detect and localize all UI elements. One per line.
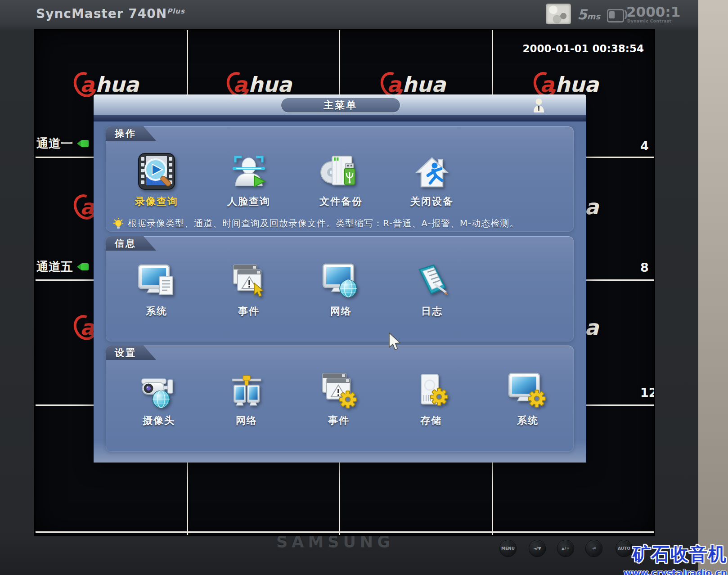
menu-item-event-info[interactable]: 事件 — [211, 260, 287, 318]
menu-item-file-backup[interactable]: 文件备份 — [303, 150, 379, 208]
monitor-model-label: SyncMaster 740NPlus — [36, 6, 185, 21]
cell-number-4: 4 — [640, 139, 649, 153]
menu-item-storage-settings[interactable]: 存储 — [393, 369, 469, 427]
face-query-icon — [227, 150, 270, 193]
monitor-down-button[interactable]: ◄/▼ — [529, 540, 546, 557]
menu-item-label: 事件 — [211, 305, 287, 318]
network-info-icon — [319, 260, 363, 303]
page-title: 主菜单 — [281, 98, 400, 113]
hint-row: 根据录像类型、通道、时间查询及回放录像文件。类型缩写：R-普通、A-报警、M-动… — [113, 217, 519, 229]
menu-item-system-settings[interactable]: 系统 — [490, 369, 566, 427]
dvr-screen: 2000-01-01 00:38:54 ahua ahua ahua ahua … — [34, 29, 655, 536]
monitor-bezel: SyncMaster 740NPlus 5ms 2000:1 Dynamic C… — [0, 0, 698, 575]
menu-item-label: 摄像头 — [121, 414, 197, 427]
mouse-cursor — [388, 332, 401, 350]
contrast-ratio-label: 2000:1 — [626, 4, 680, 20]
main-menu-dialog: 主菜单 操作 录像查询 — [94, 94, 586, 463]
section-information-title: 信息 — [106, 236, 156, 251]
menu-item-label: 日志 — [394, 305, 470, 318]
header-divider — [94, 115, 586, 121]
menu-item-log[interactable]: 日志 — [394, 260, 470, 318]
menu-item-event-settings[interactable]: 事件 — [301, 369, 377, 427]
channel-5-label: 通道五 — [36, 259, 90, 275]
camera-settings-icon — [137, 369, 180, 412]
monitor-enter-button[interactable]: ⏎ — [585, 540, 602, 557]
network-settings-icon — [225, 369, 268, 412]
system-timestamp: 2000-01-01 00:38:54 — [522, 43, 644, 54]
menu-item-label: 系统 — [490, 414, 566, 427]
menu-item-label: 录像查询 — [118, 195, 195, 208]
dahua-logo: ahua — [539, 72, 599, 97]
menu-item-label: 人脸查询 — [211, 195, 287, 208]
photo-stage: SyncMaster 740NPlus 5ms 2000:1 Dynamic C… — [0, 0, 728, 575]
cell-number-8: 8 — [640, 261, 649, 274]
bulb-icon — [113, 218, 124, 229]
section-information: 信息 系统 事件 网络 日志 — [106, 236, 574, 341]
watermark: 矿石收音机 www.crystalradio.cn — [624, 542, 727, 575]
menu-item-label: 存储 — [393, 414, 469, 427]
contrast-caption: Dynamic Contrast — [627, 19, 671, 23]
system-settings-icon — [506, 369, 549, 412]
section-settings-title: 设置 — [106, 346, 156, 360]
recording-camera-icon — [76, 262, 90, 272]
menu-item-shutdown[interactable]: 关闭设备 — [394, 150, 470, 208]
event-settings-icon — [317, 369, 360, 412]
logged-in-user-icon — [533, 98, 545, 112]
video-query-icon — [135, 150, 178, 193]
hint-text: 根据录像类型、通道、时间查询及回放录像文件。类型缩写：R-普通、A-报警、M-动… — [128, 217, 519, 229]
section-operation: 操作 录像查询 人脸查询 文件备份 关闭设备 — [106, 126, 574, 232]
recording-camera-icon — [76, 139, 90, 148]
dynamic-contrast-icon — [607, 9, 624, 22]
menu-item-camera-settings[interactable]: 摄像头 — [121, 369, 197, 427]
watermark-title: 矿石收音机 — [624, 542, 727, 566]
file-backup-icon — [319, 150, 363, 193]
event-info-icon — [227, 260, 270, 303]
background-wall — [698, 0, 728, 575]
section-settings: 设置 摄像头 网络 事件 存储 — [106, 346, 574, 452]
menu-item-label: 事件 — [301, 414, 377, 427]
menu-item-label: 系统 — [118, 305, 195, 318]
system-info-icon — [135, 260, 178, 303]
monitor-brightness-button[interactable]: ▲/☼ — [557, 540, 574, 557]
watermark-url: www.crystalradio.cn — [624, 567, 727, 575]
grid-line — [36, 531, 654, 533]
menu-item-video-query[interactable]: 录像查询 — [118, 150, 195, 208]
dahua-logo: ahua — [232, 72, 292, 97]
dialog-header: 主菜单 — [94, 94, 586, 115]
worn-sticker — [546, 4, 571, 24]
cell-number-12: 12 — [640, 386, 655, 400]
menu-item-network-info[interactable]: 网络 — [303, 260, 379, 318]
shutdown-icon — [410, 150, 454, 193]
menu-item-label: 文件备份 — [303, 195, 379, 208]
log-icon — [410, 260, 454, 303]
section-operation-title: 操作 — [106, 126, 156, 141]
menu-item-face-query[interactable]: 人脸查询 — [211, 150, 287, 208]
menu-item-label: 网络 — [303, 305, 379, 318]
response-time-label: 5ms — [577, 6, 600, 22]
menu-item-label: 网络 — [208, 414, 285, 427]
dahua-logo: ahua — [79, 72, 139, 97]
storage-settings-icon — [409, 369, 453, 412]
channel-1-label: 通道一 — [36, 135, 90, 152]
menu-item-network-settings[interactable]: 网络 — [208, 369, 285, 427]
monitor-menu-button[interactable]: MENU — [499, 540, 517, 557]
menu-item-label: 关闭设备 — [394, 195, 470, 208]
menu-item-system-info[interactable]: 系统 — [118, 260, 195, 318]
dahua-logo: ahua — [386, 72, 446, 97]
